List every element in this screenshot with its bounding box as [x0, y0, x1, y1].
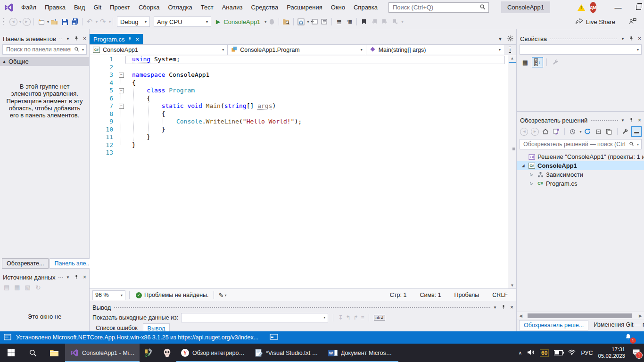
pin-icon[interactable]: [501, 304, 506, 311]
pending-changes-filter-icon[interactable]: [568, 127, 578, 136]
menu-item[interactable]: Анализ: [218, 1, 247, 13]
configure-data-source-icon[interactable]: ▦: [14, 284, 20, 291]
line-indicator[interactable]: Стр: 1: [390, 292, 407, 298]
language-indicator[interactable]: РУС: [581, 350, 593, 356]
platform-dropdown[interactable]: Any CPU▾: [154, 16, 211, 27]
edit-data-source-icon[interactable]: ▧: [25, 284, 31, 291]
menu-item[interactable]: Расширения: [282, 1, 327, 13]
wrench-icon[interactable]: [621, 127, 630, 136]
outdent-lines-icon[interactable]: ²≣: [344, 16, 355, 27]
scroll-up-icon[interactable]: ▲: [508, 56, 516, 60]
scrollbar-thumb[interactable]: [528, 313, 632, 318]
panel-drag-dots[interactable]: [590, 119, 618, 122]
battery-percent[interactable]: 60: [540, 349, 549, 357]
tree-item[interactable]: ▷Зависимости: [517, 170, 644, 179]
home-icon[interactable]: [541, 127, 550, 136]
tree-item[interactable]: ▷C#Program.cs: [517, 179, 644, 188]
redo-button[interactable]: ↷: [98, 16, 108, 27]
navigate-back-button[interactable]: ◀: [8, 16, 18, 27]
restore-button[interactable]: [628, 0, 644, 15]
close-panel-icon[interactable]: ×: [510, 304, 513, 311]
taskbar-task[interactable]: YОбзор интегриров...: [176, 344, 250, 362]
zoom-dropdown[interactable]: 96 %▾: [92, 290, 125, 300]
close-panel-icon[interactable]: ×: [83, 274, 86, 280]
show-all-files-toggle[interactable]: ▬: [631, 126, 642, 137]
clock[interactable]: 17:31 05.02.2023: [598, 346, 625, 359]
taskbar-task[interactable]: ConsoleApp1 - Mic...: [65, 344, 140, 362]
output-window-icon[interactable]: [4, 334, 11, 342]
problems-status[interactable]: Проблемы не найдены.: [144, 292, 209, 298]
toolbox-search[interactable]: ▾: [2, 44, 87, 55]
clear-bookmarks-button[interactable]: [390, 16, 400, 27]
start-button[interactable]: [0, 344, 22, 362]
taskbar-task[interactable]: *Visual Studio.txt – ...: [250, 344, 323, 362]
battery-icon[interactable]: [554, 350, 563, 355]
pin-icon[interactable]: [74, 274, 79, 280]
refresh-icon[interactable]: [583, 127, 593, 136]
close-tab-icon[interactable]: ×: [135, 36, 139, 43]
tray-expand-icon[interactable]: ∧: [519, 350, 522, 355]
close-panel-icon[interactable]: ×: [638, 35, 641, 42]
go-prev-message-icon[interactable]: ↰: [346, 314, 350, 321]
alphabetical-sort-icon[interactable]: AZ↓: [532, 57, 543, 67]
indent-lines-icon[interactable]: ≣: [334, 16, 344, 27]
panel-drag-dots[interactable]: [550, 38, 618, 40]
configuration-dropdown[interactable]: Debug▾: [117, 16, 150, 27]
forward-icon[interactable]: ▶: [530, 127, 540, 136]
close-panel-icon[interactable]: ×: [83, 35, 86, 42]
left-dock-tab[interactable]: Обозревате...: [2, 258, 49, 269]
fold-marker[interactable]: −: [119, 73, 124, 78]
quick-search-input[interactable]: [392, 3, 477, 11]
scroll-down-icon[interactable]: ▼: [508, 283, 516, 288]
toolbox-section-general[interactable]: ▲ Общие: [0, 57, 89, 66]
pin-icon[interactable]: [74, 36, 79, 42]
right-dock-tab[interactable]: Изменения Git — п...: [589, 320, 644, 330]
categorized-view-icon[interactable]: ▦: [520, 58, 530, 67]
pin-icon[interactable]: [629, 36, 634, 42]
switch-views-icon[interactable]: [552, 127, 561, 136]
line-ending-indicator[interactable]: CRLF: [492, 292, 508, 298]
file-explorer-button[interactable]: [43, 344, 65, 362]
vertical-scrollbar[interactable]: ▲ ▼: [508, 55, 516, 288]
horizontal-scrollbar[interactable]: ◀ ▶: [517, 312, 644, 320]
home-properties-button[interactable]: [296, 16, 306, 27]
live-share-label[interactable]: Live Share: [586, 18, 615, 25]
quick-search[interactable]: [388, 2, 489, 13]
hot-reload-button[interactable]: [266, 16, 277, 27]
navigate-code-back-icon[interactable]: [309, 16, 319, 27]
menu-item[interactable]: Сборка: [134, 1, 164, 13]
project-dropdown[interactable]: C# ConsoleApp1▾: [90, 45, 228, 55]
save-button[interactable]: [59, 16, 70, 27]
tree-item[interactable]: Решение "ConsoleApp1" (проекты: 1 из 1): [517, 152, 644, 161]
properties-pages-icon[interactable]: [604, 127, 614, 136]
code-cleanup-icon[interactable]: ✎: [219, 292, 224, 299]
spaces-indicator[interactable]: Пробелы: [454, 292, 479, 298]
notifications-bell-icon[interactable]: 1: [625, 333, 632, 342]
undo-button[interactable]: ↶: [84, 16, 95, 27]
column-indicator[interactable]: Симв: 1: [420, 292, 441, 298]
tab-list-dropdown-icon[interactable]: ▼: [498, 36, 503, 41]
menu-item[interactable]: Проект: [106, 1, 134, 13]
start-debugging-button[interactable]: ▶ ConsoleApp1 ▾: [216, 18, 266, 25]
package-console-icon[interactable]: [270, 334, 278, 341]
split-window-button[interactable]: ↕: [504, 45, 516, 55]
menu-item[interactable]: Отладка: [164, 1, 196, 13]
save-all-button[interactable]: [70, 16, 80, 27]
properties-object-dropdown[interactable]: ▾: [520, 44, 642, 55]
panel-drag-dots[interactable]: [114, 306, 490, 309]
collapse-all-icon[interactable]: [594, 127, 603, 136]
right-dock-tab[interactable]: Обозреватель реше...: [519, 320, 588, 330]
user-avatar[interactable]: ДМ: [590, 2, 596, 13]
left-dock-tab[interactable]: Панель эле...: [50, 258, 95, 269]
navigate-forward-button[interactable]: ▶: [21, 16, 32, 27]
code-editor[interactable]: − − − 1using System;23namespace ConsoleA…: [90, 55, 516, 288]
document-tab-programcs[interactable]: Program.cs ×: [90, 34, 143, 44]
action-center-icon[interactable]: 1: [632, 349, 640, 357]
tree-item[interactable]: ◢C#ConsoleApp1: [517, 161, 644, 170]
menu-item[interactable]: Справка: [349, 1, 382, 13]
taskbar-task[interactable]: WДокумент Microso...: [323, 344, 398, 362]
property-pages-icon[interactable]: [550, 58, 561, 67]
clear-output-icon[interactable]: ≡: [361, 314, 364, 321]
fold-marker[interactable]: −: [119, 104, 124, 109]
find-message-icon[interactable]: ↧: [338, 314, 343, 321]
